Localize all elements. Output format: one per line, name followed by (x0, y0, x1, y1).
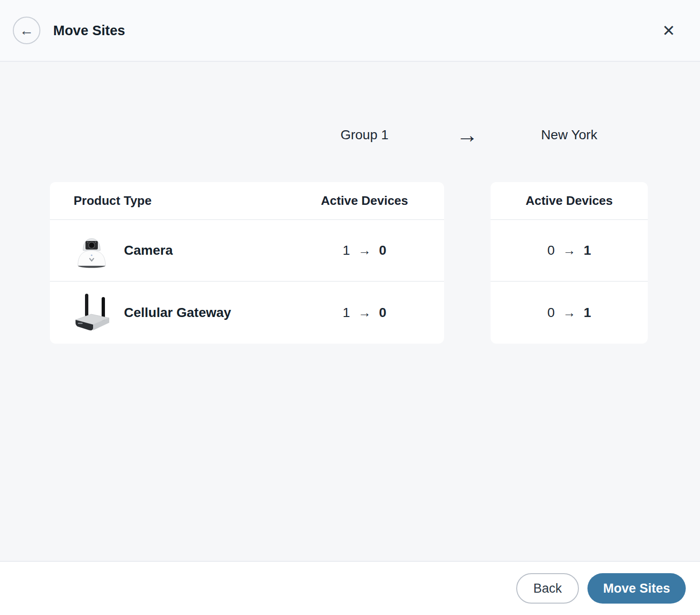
dialog-title: Move Sites (53, 23, 125, 38)
source-group-label: Group 1 (285, 127, 444, 143)
count-before: 0 (547, 243, 555, 258)
count-after: 1 (584, 305, 591, 320)
count-after: 1 (584, 243, 591, 258)
product-label: Cellular Gateway (124, 305, 231, 320)
transfer-arrow-icon: → (444, 125, 491, 144)
close-icon: ✕ (662, 22, 675, 39)
close-button[interactable]: ✕ (662, 23, 675, 38)
count-after: 0 (379, 243, 387, 258)
count-before: 1 (342, 305, 350, 320)
arrow-icon: → (358, 243, 371, 258)
destination-devices-card: Active Devices 0 → 1 0 → 1 (491, 182, 648, 344)
count-before: 0 (547, 305, 555, 320)
device-count-change: 1 → 0 (285, 243, 444, 258)
cellular-gateway-icon (72, 292, 112, 333)
back-arrow-icon: ← (19, 23, 34, 38)
product-type-column-header: Product Type (50, 193, 285, 208)
arrow-icon: → (563, 306, 576, 320)
table-row-gateway-destination: 0 → 1 (491, 282, 648, 344)
transfer-summary-row: Group 1 → New York (50, 125, 700, 144)
table-row-camera: Camera 1 → 0 (50, 220, 444, 282)
table-row-camera-destination: 0 → 1 (491, 220, 648, 282)
count-before: 1 (342, 243, 350, 258)
arrow-icon: → (563, 243, 576, 258)
back-circle-button[interactable]: ← (13, 17, 40, 44)
active-devices-column-header: Active Devices (526, 193, 613, 208)
source-card-header: Product Type Active Devices (50, 182, 444, 220)
device-tables: Product Type Active Devices (50, 182, 700, 344)
destination-card-header: Active Devices (491, 182, 648, 220)
device-count-change: 0 → 1 (547, 243, 591, 258)
dialog-header: ← Move Sites ✕ (0, 0, 700, 62)
count-after: 0 (379, 305, 387, 320)
device-count-change: 1 → 0 (285, 305, 444, 320)
table-row-cellular-gateway: Cellular Gateway 1 → 0 (50, 282, 444, 344)
dialog-footer: Back Move Sites (0, 561, 700, 615)
active-devices-column-header: Active Devices (285, 193, 444, 208)
destination-group-label: New York (491, 127, 648, 143)
dome-camera-icon (72, 231, 112, 269)
arrow-icon: → (358, 306, 371, 320)
source-devices-card: Product Type Active Devices (50, 182, 444, 344)
move-sites-dialog: ← Move Sites ✕ Group 1 → New York Produc… (0, 0, 700, 615)
dialog-content: Group 1 → New York Product Type Active D… (0, 62, 700, 561)
back-button[interactable]: Back (516, 573, 579, 604)
move-sites-button[interactable]: Move Sites (587, 573, 686, 604)
device-count-change: 0 → 1 (547, 305, 591, 320)
product-label: Camera (124, 243, 173, 258)
